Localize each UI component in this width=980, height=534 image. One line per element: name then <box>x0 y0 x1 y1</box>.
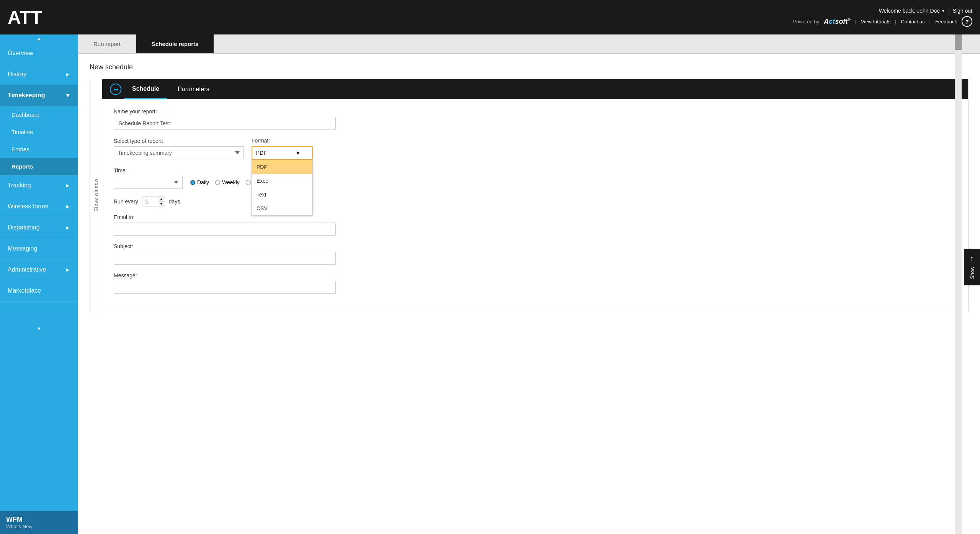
type-format-row: Select type of report: Timekeeping summa… <box>114 138 957 160</box>
tabs-bar: Run report Schedule reports <box>78 34 980 54</box>
format-value: PDF <box>256 150 267 156</box>
stepper-down-button[interactable]: ▼ <box>158 202 165 206</box>
email-label: Email to: <box>114 214 957 220</box>
time-row: Time: Daily <box>114 167 957 189</box>
wfm-label: WFM <box>6 516 72 524</box>
sidebar: ▲ Overview History ► Timekeeping ▼ Dashb… <box>0 34 78 534</box>
stepper-up-button[interactable]: ▲ <box>158 197 165 202</box>
email-form-group: Email to: <box>114 214 957 236</box>
format-chevron-icon: ▼ <box>295 150 301 156</box>
administrative-chevron-icon: ► <box>65 267 70 273</box>
email-input[interactable] <box>114 223 336 236</box>
dispatching-chevron-icon: ► <box>65 224 70 231</box>
time-select[interactable] <box>114 176 183 189</box>
welcome-message[interactable]: Welcome back, John Doe ▼ <box>879 8 945 14</box>
sidebar-item-dispatching[interactable]: Dispatching ► <box>0 217 78 238</box>
sign-out-link[interactable]: Sign out <box>953 8 972 14</box>
daily-radio[interactable] <box>190 180 195 185</box>
app-layout: ▲ Overview History ► Timekeeping ▼ Dashb… <box>0 34 980 534</box>
sidebar-item-wireless-forms[interactable]: Wireless forms ► <box>0 196 78 217</box>
help-button[interactable]: ? <box>962 16 972 27</box>
format-option-csv[interactable]: CSV <box>252 201 312 215</box>
vertical-scrollbar[interactable] <box>955 34 962 534</box>
time-group: Time: <box>114 167 183 189</box>
tab-run-report[interactable]: Run report <box>78 34 136 53</box>
show-panel-button[interactable]: ← Show <box>964 249 980 285</box>
sidebar-item-administrative[interactable]: Administrative ► <box>0 259 78 280</box>
sidebar-item-overview[interactable]: Overview <box>0 43 78 64</box>
page-title: New schedule <box>90 63 969 71</box>
format-option-pdf[interactable]: PDF <box>252 160 312 174</box>
run-every-label: Run every <box>114 198 138 205</box>
top-header: ATT Welcome back, John Doe ▼ | Sign out … <box>0 0 980 34</box>
name-form-group: Name your report: <box>114 108 957 130</box>
tracking-chevron-icon: ► <box>65 182 70 188</box>
sidebar-item-dashboard[interactable]: Dashboard <box>0 106 78 123</box>
format-select-display[interactable]: PDF ▼ <box>252 146 313 160</box>
report-type-select[interactable]: Timekeeping summary <box>114 146 244 159</box>
subject-input[interactable] <box>114 252 336 265</box>
sidebar-bottom: WFM What's New <box>0 511 78 534</box>
format-option-text[interactable]: Text <box>252 188 312 201</box>
format-group: Format: PDF ▼ PDF Excel Te <box>252 138 313 160</box>
format-select-wrapper: PDF ▼ PDF Excel Text CSV <box>252 146 313 160</box>
actsoft-logo: Actsoft® <box>824 18 850 26</box>
run-every-row: Run every ▲ ▼ days <box>114 197 957 206</box>
report-type-group: Select type of report: Timekeeping summa… <box>114 138 244 159</box>
days-label: days <box>169 198 180 205</box>
sidebar-scroll-down[interactable]: ▼ <box>0 324 78 333</box>
name-label: Name your report: <box>114 108 957 115</box>
header-right: Welcome back, John Doe ▼ | Sign out Powe… <box>793 8 972 27</box>
app-logo: ATT <box>8 7 42 28</box>
sidebar-item-tracking[interactable]: Tracking ► <box>0 175 78 196</box>
timekeeping-chevron-icon: ▼ <box>65 92 70 98</box>
panel-body: Name your report: Select type of report:… <box>102 99 968 311</box>
whats-new-link[interactable]: What's New <box>6 524 72 529</box>
sidebar-item-entries[interactable]: Entries <box>0 141 78 158</box>
header-top-links: Welcome back, John Doe ▼ | Sign out <box>879 8 972 14</box>
feedback-link[interactable]: Feedback <box>935 19 957 25</box>
powered-by-label: Powered by <box>793 19 819 25</box>
panel-tab-parameters[interactable]: Parameters <box>170 79 217 99</box>
main-content: Run report Schedule reports New schedule… <box>78 34 980 534</box>
subject-label: Subject: <box>114 243 957 249</box>
sidebar-item-messaging[interactable]: Messaging <box>0 238 78 259</box>
view-tutorials-link[interactable]: View tutorials <box>861 19 890 25</box>
weekly-radio-label[interactable]: Weekly <box>215 179 240 185</box>
sidebar-item-timekeeping[interactable]: Timekeeping ▼ <box>0 85 78 106</box>
panel-nav-icon[interactable]: ➡ <box>110 84 121 95</box>
time-label: Time: <box>114 167 183 174</box>
close-window-label: Close window <box>93 179 99 211</box>
schedule-panel: Close window ➡ Schedule Parameters <box>90 79 969 311</box>
sidebar-item-timeline[interactable]: Timeline <box>0 123 78 141</box>
panel-inner: ➡ Schedule Parameters Name your report: <box>102 79 968 311</box>
header-bottom-links: Powered by Actsoft® | View tutorials | C… <box>793 16 972 27</box>
panel-header: ➡ Schedule Parameters <box>102 79 968 99</box>
name-input[interactable] <box>114 117 336 130</box>
message-label: Message: <box>114 272 957 278</box>
content-area: New schedule Close window ➡ Schedule <box>78 54 980 534</box>
stepper-buttons: ▲ ▼ <box>158 197 165 206</box>
format-dropdown: PDF Excel Text CSV <box>252 160 313 216</box>
daily-radio-label[interactable]: Daily <box>190 179 209 185</box>
message-form-group: Message: <box>114 272 957 294</box>
tab-schedule-reports[interactable]: Schedule reports <box>136 34 214 53</box>
history-chevron-icon: ► <box>65 71 70 77</box>
subject-form-group: Subject: <box>114 243 957 265</box>
sidebar-item-history[interactable]: History ► <box>0 64 78 85</box>
close-window-button[interactable]: Close window <box>90 79 102 311</box>
run-every-stepper: ▲ ▼ <box>142 197 165 206</box>
format-option-excel[interactable]: Excel <box>252 174 312 188</box>
sidebar-item-marketplace[interactable]: Marketplace <box>0 280 78 301</box>
sidebar-item-reports[interactable]: Reports <box>0 158 78 175</box>
show-label: Show <box>969 267 975 279</box>
panel-tab-schedule[interactable]: Schedule <box>124 79 167 99</box>
back-arrow-icon: ← <box>967 255 977 264</box>
sidebar-scroll-up[interactable]: ▲ <box>0 34 78 43</box>
format-label: Format: <box>252 138 313 144</box>
message-input[interactable] <box>114 281 336 294</box>
contact-us-link[interactable]: Contact us <box>901 19 924 25</box>
wireless-forms-chevron-icon: ► <box>65 203 70 210</box>
monthly-radio[interactable] <box>246 180 251 185</box>
weekly-radio[interactable] <box>215 180 220 185</box>
